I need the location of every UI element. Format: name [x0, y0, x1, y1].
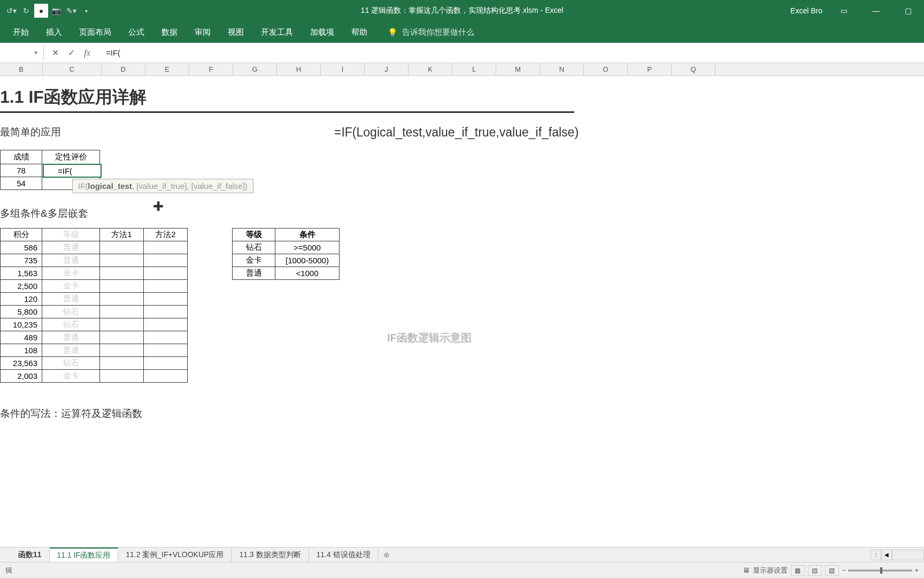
table-cell[interactable]: 78 — [1, 164, 42, 177]
table-cell[interactable] — [144, 357, 188, 370]
column-header[interactable]: D — [102, 63, 145, 75]
brush-icon[interactable]: ✎▾ — [64, 4, 78, 18]
view-layout-icon[interactable]: ▤ — [808, 565, 822, 576]
tab-addins[interactable]: 加载项 — [303, 23, 342, 43]
table-cell[interactable]: 金卡 — [42, 267, 100, 280]
column-header[interactable]: O — [584, 63, 628, 75]
view-normal-icon[interactable]: ▦ — [791, 565, 805, 576]
table-cell[interactable] — [144, 344, 188, 357]
table-cell[interactable]: <1000 — [275, 267, 340, 280]
ribbon-display-icon[interactable]: ▭ — [833, 0, 854, 21]
maximize-icon[interactable]: ▢ — [897, 0, 919, 21]
table-cell[interactable]: 2,500 — [1, 280, 42, 293]
table-cell[interactable] — [100, 241, 144, 254]
enter-icon[interactable]: ✓ — [63, 45, 79, 61]
sheet-tab[interactable]: 11.3 数据类型判断 — [232, 548, 309, 562]
tab-home[interactable]: 开始 — [5, 23, 36, 43]
display-settings[interactable]: 显示器设置 — [753, 566, 788, 575]
table-cell[interactable]: 23,563 — [1, 357, 42, 370]
table-cell[interactable] — [144, 293, 188, 306]
account-name[interactable]: Excel Bro — [790, 6, 822, 15]
table-cell[interactable] — [100, 293, 144, 306]
table-cell[interactable]: 普通 — [42, 241, 100, 254]
table-cell[interactable] — [100, 306, 144, 318]
formula-tooltip[interactable]: IF(logical_test, [value_if_true], [value… — [72, 179, 253, 193]
table-cell[interactable]: 54 — [1, 177, 42, 190]
table-cell[interactable]: 108 — [1, 344, 42, 357]
table-cell[interactable] — [100, 370, 144, 383]
table-cell[interactable] — [100, 254, 144, 267]
table-cell[interactable] — [144, 318, 188, 331]
qat-customize-icon[interactable]: ▾ — [79, 4, 93, 18]
table-cell[interactable]: 金卡 — [42, 370, 100, 383]
undo-dropdown-icon[interactable]: ↺▾ — [4, 4, 18, 18]
sheet-tab[interactable]: 函数11 — [11, 548, 50, 562]
table-cell[interactable] — [100, 331, 144, 344]
table-cell[interactable]: 普通 — [42, 344, 100, 357]
cancel-icon[interactable]: ✕ — [47, 45, 63, 61]
column-header[interactable]: C — [43, 63, 102, 75]
new-sheet-icon[interactable]: ⊕ — [379, 551, 395, 559]
table-cell[interactable]: 金卡 — [42, 280, 100, 293]
column-header[interactable]: E — [145, 63, 189, 75]
column-header[interactable]: Q — [672, 63, 715, 75]
tab-insert[interactable]: 插入 — [38, 23, 70, 43]
table-cell[interactable]: 1,563 — [1, 267, 42, 280]
table-cell[interactable]: [1000-5000) — [275, 254, 340, 267]
table-cell[interactable]: 普通 — [42, 331, 100, 344]
table-cell[interactable] — [144, 306, 188, 318]
camera-icon[interactable]: 📷 — [49, 4, 63, 18]
table-cell[interactable]: 5,800 — [1, 306, 42, 318]
table-cell[interactable] — [100, 280, 144, 293]
table-cell[interactable] — [100, 357, 144, 370]
column-header[interactable]: N — [540, 63, 584, 75]
tab-layout[interactable]: 页面布局 — [72, 23, 119, 43]
column-header[interactable]: H — [277, 63, 321, 75]
table-cell[interactable]: >=5000 — [275, 241, 340, 254]
tab-formulas[interactable]: 公式 — [121, 23, 152, 43]
column-header[interactable]: I — [321, 63, 365, 75]
table-cell[interactable]: 586 — [1, 241, 42, 254]
column-header[interactable]: M — [496, 63, 540, 75]
table-cell[interactable] — [144, 241, 188, 254]
table-cell[interactable]: 普通 — [233, 267, 275, 280]
tab-review[interactable]: 审阅 — [187, 23, 218, 43]
column-header[interactable]: G — [233, 63, 277, 75]
zoom-slider[interactable]: − + — [842, 566, 919, 574]
table-cell[interactable] — [144, 280, 188, 293]
sheet-tab[interactable]: 11.2 案例_IF+VLOOKUP应用 — [118, 548, 232, 562]
table-cell[interactable]: 489 — [1, 331, 42, 344]
table-cell[interactable] — [144, 331, 188, 344]
column-header[interactable]: B — [0, 63, 43, 75]
table-cell[interactable] — [100, 344, 144, 357]
view-pagebreak-icon[interactable]: ▧ — [825, 565, 839, 576]
scroll-left-icon[interactable]: ◀ — [881, 550, 892, 560]
formula-input[interactable]: =IF( — [95, 48, 924, 57]
sheet-tab[interactable]: 11.1 IF函数应用 — [50, 547, 119, 562]
column-header[interactable]: F — [189, 63, 233, 75]
table-cell[interactable]: 2,003 — [1, 370, 42, 383]
tab-view[interactable]: 视图 — [220, 23, 251, 43]
table-cell[interactable]: 735 — [1, 254, 42, 267]
column-header[interactable]: J — [365, 63, 409, 75]
column-header[interactable]: L — [452, 63, 496, 75]
table-cell[interactable] — [144, 370, 188, 383]
tab-data[interactable]: 数据 — [154, 23, 185, 43]
column-header[interactable]: K — [409, 63, 452, 75]
fx-icon[interactable]: fx — [79, 45, 95, 61]
worksheet[interactable]: 1.1 IF函数应用详解 最简单的应用 =IF(Logical_test,val… — [0, 76, 924, 440]
name-box[interactable] — [2, 44, 32, 62]
active-cell-editor[interactable]: =IF( — [43, 164, 102, 178]
sheet-tab[interactable]: 11.4 错误值处理 — [309, 548, 379, 562]
zoom-out-icon[interactable]: − — [842, 566, 846, 574]
table-cell[interactable] — [144, 254, 188, 267]
horizontal-scrollbar[interactable] — [892, 550, 924, 560]
table-cell[interactable]: 钻石 — [42, 357, 100, 370]
table-cell[interactable]: 金卡 — [233, 254, 275, 267]
tab-help[interactable]: 帮助 — [344, 23, 375, 43]
monitor-icon[interactable]: 🖥 — [743, 566, 750, 574]
redo-icon[interactable]: ↻ — [19, 4, 33, 18]
tab-options-icon[interactable]: ⋮ — [871, 550, 881, 560]
table-cell[interactable] — [100, 267, 144, 280]
table-cell[interactable] — [100, 318, 144, 331]
